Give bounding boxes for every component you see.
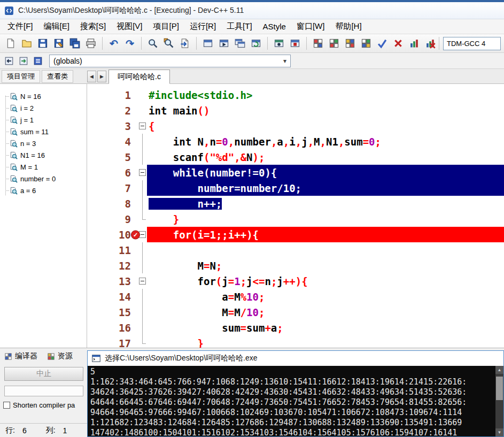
undo-button[interactable]: ↶ <box>106 36 121 51</box>
watch-item[interactable]: n = 3 <box>0 137 87 149</box>
check-syntax-button[interactable] <box>375 36 390 51</box>
editor-line[interactable]: 11 <box>87 242 504 258</box>
fold-margin[interactable] <box>137 180 147 196</box>
console-scrollbar[interactable]: ▲ ▼ <box>495 366 503 436</box>
menu-item-7[interactable]: AStyle <box>258 20 291 33</box>
fold-margin[interactable] <box>137 196 147 211</box>
editor-line[interactable]: 13 for(j=1;j<=n;j++){ <box>87 273 504 289</box>
watch-item[interactable]: i = 2 <box>0 102 87 114</box>
editor-gutter[interactable]: 7 <box>87 180 147 196</box>
editor-gutter[interactable]: 16 <box>87 320 147 335</box>
fold-margin[interactable] <box>137 335 147 348</box>
code-cell[interactable]: #include<stdio.h> <box>147 87 504 103</box>
fold-margin[interactable] <box>137 149 147 165</box>
editor-line[interactable]: 17 } <box>87 335 504 348</box>
editor-line[interactable]: 2int main() <box>87 103 504 118</box>
editor-gutter[interactable]: 10✓ <box>87 227 147 242</box>
menu-item-9[interactable]: 帮助[H] <box>330 20 367 33</box>
title-bar[interactable]: C:\Users\Soyam\Desktop\呵呵哈哈哈.c - [Execut… <box>0 2 504 19</box>
save-as-button[interactable] <box>51 36 66 51</box>
panel-tab-project-manager[interactable]: 项目管理 <box>2 70 40 83</box>
editor-gutter[interactable]: 2 <box>87 103 147 118</box>
run-button[interactable] <box>216 36 231 51</box>
code-cell[interactable]: sum=sum+a; <box>147 320 504 335</box>
code-cell[interactable]: scanf("%d",&N); <box>147 149 504 165</box>
editor-line[interactable]: 6 while(number!=0){ <box>87 165 504 180</box>
fold-margin[interactable] <box>137 242 147 258</box>
rebuild-all-button[interactable] <box>249 36 263 51</box>
compile-button[interactable] <box>200 36 215 51</box>
menu-item-3[interactable]: 视图[V] <box>111 20 148 33</box>
editor-gutter[interactable]: 5 <box>87 149 147 165</box>
editor-gutter[interactable]: 4 <box>87 134 147 149</box>
redo-button[interactable]: ↷ <box>122 36 137 51</box>
fold-collapse-icon[interactable] <box>139 169 146 176</box>
code-editor[interactable]: 1#include<stdio.h>2int main()3{4 int N,n… <box>87 84 504 348</box>
fold-margin[interactable] <box>137 273 147 289</box>
fold-margin[interactable] <box>137 134 147 149</box>
goto-forward-button[interactable] <box>17 55 30 67</box>
shorten-paths-option[interactable]: Shorten compiler pa <box>3 401 88 409</box>
editor-line[interactable]: 8 n++; <box>87 196 504 211</box>
editor-line[interactable]: 15 M=M/10; <box>87 304 504 320</box>
new-file-button[interactable] <box>3 36 18 51</box>
code-cell[interactable]: int N,n=0,number,a,i,j,M,N1,sum=0; <box>147 134 504 149</box>
editor-gutter[interactable]: 8 <box>87 196 147 211</box>
code-cell[interactable]: while(number!=0){ <box>147 165 504 180</box>
new-project-button[interactable] <box>311 36 325 51</box>
editor-gutter[interactable]: 9 <box>87 211 147 227</box>
project-options-button[interactable] <box>343 36 358 51</box>
fold-margin[interactable] <box>137 320 147 335</box>
goto-line-button[interactable] <box>177 36 192 51</box>
editor-gutter[interactable]: 15 <box>87 304 147 320</box>
editor-tab[interactable]: 呵呵哈哈哈.c <box>108 70 170 84</box>
menu-item-1[interactable]: 编辑[E] <box>38 20 75 33</box>
goto-back-button[interactable] <box>3 55 15 67</box>
replace-button[interactable] <box>161 36 176 51</box>
editor-line[interactable]: 7 number=number/10; <box>87 180 504 196</box>
scrollbar-thumb[interactable] <box>496 377 503 400</box>
editor-line[interactable]: 12 M=N; <box>87 258 504 273</box>
globals-combobox[interactable]: (globals) ▾ <box>49 55 291 67</box>
abort-compilation-button[interactable] <box>391 36 406 51</box>
watch-item[interactable]: N = 16 <box>0 90 87 102</box>
editor-gutter[interactable]: 11 <box>87 242 147 258</box>
editor-line[interactable]: 16 sum=sum+a; <box>87 320 504 335</box>
code-cell[interactable]: } <box>147 335 504 348</box>
shorten-paths-checkbox[interactable] <box>3 402 10 409</box>
editor-gutter[interactable]: 3 <box>87 118 147 134</box>
editor-line[interactable]: 10✓ for(i=1;;i++){ <box>87 227 504 242</box>
code-cell[interactable]: n++; <box>147 196 504 211</box>
stop-execution-button[interactable] <box>288 36 303 51</box>
remove-from-project-button[interactable] <box>327 36 342 51</box>
editor-line[interactable]: 9 } <box>87 211 504 227</box>
editor-gutter[interactable]: 17 <box>87 335 147 348</box>
fold-margin[interactable] <box>137 258 147 273</box>
code-cell[interactable]: for(i=1;;i++){ <box>147 227 504 242</box>
open-file-button[interactable] <box>19 36 34 51</box>
code-cell[interactable]: for(j=1;j<=n;j++){ <box>147 273 504 289</box>
editor-gutter[interactable]: 6 <box>87 165 147 180</box>
print-button[interactable] <box>83 36 98 51</box>
code-cell[interactable] <box>147 242 504 258</box>
code-cell[interactable]: M=N; <box>147 258 504 273</box>
scrollbar-track[interactable] <box>495 374 503 428</box>
bottom-tab-resource-tab[interactable]: 资源 <box>47 351 73 361</box>
editor-gutter[interactable]: 1 <box>87 87 147 103</box>
code-cell[interactable]: int main() <box>147 103 504 118</box>
fold-collapse-icon[interactable] <box>139 122 146 129</box>
code-cell[interactable]: number=number/10; <box>147 180 504 196</box>
menu-item-5[interactable]: 运行[R] <box>184 20 221 33</box>
breakpoint-icon[interactable]: ✓ <box>131 230 140 239</box>
debug-button[interactable] <box>272 36 286 51</box>
editor-gutter[interactable]: 12 <box>87 258 147 273</box>
fold-margin[interactable] <box>137 103 147 118</box>
editor-gutter[interactable]: 14 <box>87 289 147 304</box>
fold-margin[interactable] <box>137 87 147 103</box>
bottom-tab-compiler-tab[interactable]: 编译器 <box>4 351 37 361</box>
watch-item[interactable]: M = 1 <box>0 161 87 173</box>
fold-margin[interactable] <box>137 211 147 227</box>
console-window[interactable]: 选择C:\Users\Soyam\Desktop\呵呵哈哈哈.exe 51:16… <box>87 350 504 437</box>
class-browser-button[interactable] <box>32 55 44 67</box>
menu-item-6[interactable]: 工具[T] <box>221 20 258 33</box>
